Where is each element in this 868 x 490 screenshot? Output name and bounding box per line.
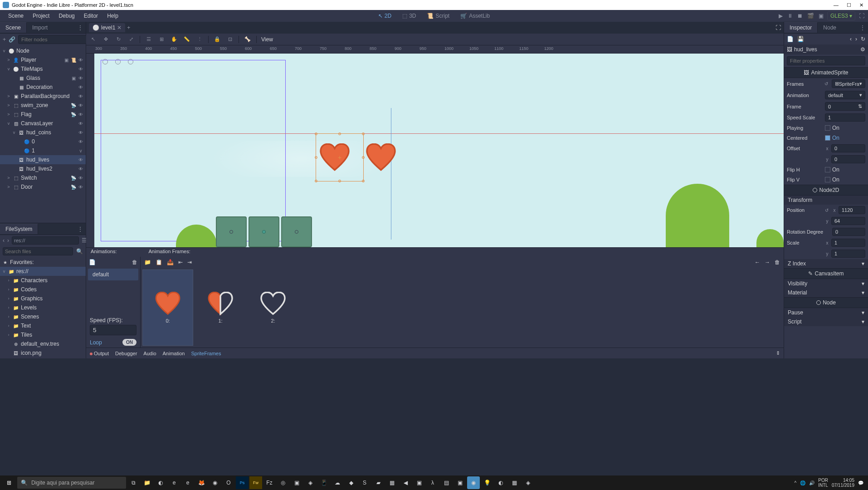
snap-tool-icon[interactable]: ⊞ (157, 35, 166, 44)
section-script[interactable]: Script▾ (784, 317, 868, 326)
history-fwd-icon[interactable]: › (855, 36, 857, 42)
filter-properties-input[interactable] (787, 56, 865, 65)
node-settings-icon[interactable]: ⚙ (860, 46, 865, 53)
tree-node[interactable]: 🖼hud_lives👁 (0, 155, 86, 164)
tree-node[interactable]: ▦Decoration👁 (0, 83, 86, 92)
prop-scale-y[interactable]: 1 (831, 250, 865, 258)
ruler-tool-icon[interactable]: 📏 (183, 35, 191, 44)
expand-bottom-icon[interactable]: ⇕ (776, 350, 780, 356)
app-icon[interactable]: ▦ (385, 476, 398, 489)
tray-clock[interactable]: 14:05 07/11/2019 (832, 478, 854, 488)
app-icon[interactable]: 💡 (481, 476, 493, 489)
group-icon[interactable]: ⊡ (226, 35, 234, 44)
tree-node[interactable]: 🔵0👁 (0, 137, 86, 146)
fs-search-input[interactable] (3, 247, 73, 255)
godot-icon[interactable]: ◉ (467, 476, 480, 489)
fs-file[interactable]: ⊕default_env.tres (0, 339, 86, 348)
play-custom-icon[interactable]: ▣ (819, 13, 824, 19)
save-icon[interactable]: 💾 (797, 36, 804, 42)
menu-project[interactable]: Project (28, 11, 54, 21)
lock-icon[interactable]: 🔒 (213, 35, 221, 44)
tab-node[interactable]: Node (818, 23, 842, 33)
prop-frame[interactable]: 0⇅ (825, 102, 865, 111)
ie-icon[interactable]: e (168, 476, 180, 489)
class-animatedsprite[interactable]: 🖼AnimatedSprite (784, 67, 868, 78)
menu-editor[interactable]: Editor (79, 11, 102, 21)
app-icon[interactable]: ▤ (440, 476, 453, 489)
mode-script-button[interactable]: 📜 Script (422, 11, 454, 21)
fs-folder[interactable]: ›📁Codes (0, 285, 86, 294)
app-icon[interactable]: 📱 (317, 476, 330, 489)
move-right-icon[interactable]: → (765, 259, 770, 265)
link-icon[interactable]: 🔗 (9, 36, 15, 43)
eclipse-icon[interactable]: ◐ (494, 476, 507, 489)
filter-nodes-input[interactable] (18, 35, 87, 44)
frame-2[interactable]: 2: (248, 270, 298, 346)
frame-0[interactable]: 0: (142, 270, 193, 346)
minimize-icon[interactable]: — (834, 2, 839, 8)
steam-icon[interactable]: ◐ (154, 476, 167, 489)
speed-fps-input[interactable] (90, 325, 137, 335)
fs-search-icon[interactable]: 🔍 (76, 248, 83, 255)
section-zindex[interactable]: Z Index▾ (784, 259, 868, 268)
chrome-icon[interactable]: ◉ (209, 476, 221, 489)
tray-lang[interactable]: PORINTL (818, 478, 828, 488)
tab-scene[interactable]: Scene (0, 22, 27, 33)
history-menu-icon[interactable]: ↻ (861, 36, 865, 42)
menu-help[interactable]: Help (102, 11, 123, 21)
start-button[interactable]: ⊞ (2, 476, 16, 489)
fs-folder[interactable]: ›📁Levels (0, 303, 86, 312)
load-frame-icon[interactable]: 📁 (144, 259, 151, 265)
mode-3d-button[interactable]: ⬚ 3D (398, 11, 420, 21)
fs-back-icon[interactable]: ‹ (3, 237, 5, 244)
tab-audio[interactable]: Audio (143, 351, 156, 356)
tree-node[interactable]: >👤Player▣📜👁 (0, 55, 86, 64)
tree-node[interactable]: >⬚swim_zone📡👁 (0, 101, 86, 110)
menu-scene[interactable]: Scene (4, 11, 28, 21)
fs-folder[interactable]: ›📁Text (0, 321, 86, 330)
sublime-icon[interactable]: S (358, 476, 371, 489)
explorer-icon[interactable]: 📁 (141, 476, 153, 489)
prop-scale-x[interactable]: 1 (831, 239, 865, 247)
centered-checkbox[interactable] (825, 135, 830, 141)
animation-item-default[interactable]: default (88, 269, 138, 280)
section-visibility[interactable]: Visibility▾ (784, 279, 868, 288)
inspector-menu-icon[interactable]: ⋮ (857, 24, 868, 31)
tree-node[interactable]: v🖼hud_coins👁 (0, 128, 86, 137)
app-icon[interactable]: ▦ (508, 476, 521, 489)
prop-rotation[interactable]: 0 (832, 228, 865, 236)
section-material[interactable]: Material▾ (784, 288, 868, 297)
selection-box[interactable]: + (316, 133, 364, 181)
tray-network-icon[interactable]: 🌐 (800, 480, 805, 485)
prop-frames[interactable]: ⊞ SpriteFra ▾ (832, 79, 865, 88)
prop-animation[interactable]: default▾ (825, 91, 865, 99)
app-icon[interactable]: ▰ (372, 476, 385, 489)
list-tool-icon[interactable]: ☰ (145, 35, 153, 44)
fs-folder[interactable]: ›📁Tiles (0, 330, 86, 339)
mode-2d-button[interactable]: ↖ 2D (374, 11, 396, 21)
tab-import[interactable]: Import (27, 23, 53, 33)
add-tab-icon[interactable]: + (127, 24, 130, 31)
fireworks-icon[interactable]: Fw (249, 476, 262, 489)
open-doc-icon[interactable]: 📄 (787, 36, 794, 42)
fs-file[interactable]: 🖼icon.png (0, 348, 86, 358)
menu-debug[interactable]: Debug (54, 11, 79, 21)
flipv-checkbox[interactable] (825, 177, 830, 182)
playing-checkbox[interactable] (825, 125, 830, 131)
pause-icon[interactable]: ⏸ (787, 13, 793, 19)
tab-inspector[interactable]: Inspector (784, 22, 818, 33)
copy-frame-icon[interactable]: 📋 (156, 259, 162, 265)
prop-offset-y[interactable]: 0 (831, 155, 865, 163)
photoshop-icon[interactable]: Ps (236, 476, 249, 489)
move-left-icon[interactable]: ← (755, 259, 760, 265)
filezilla-icon[interactable]: Fz (263, 476, 276, 489)
tab-spriteframes[interactable]: SpriteFrames (191, 351, 221, 356)
tab-debugger[interactable]: Debugger (115, 351, 137, 356)
app-icon[interactable]: λ (426, 476, 439, 489)
delete-anim-icon[interactable]: 🗑 (132, 259, 137, 265)
tree-node[interactable]: >⬚Flag📡👁 (0, 110, 86, 119)
select-tool-icon[interactable]: ↖ (89, 35, 97, 44)
insert-empty-before-icon[interactable]: ⇤ (178, 259, 183, 265)
prop-position-x[interactable]: 1120 (839, 206, 865, 214)
tree-node[interactable]: >⬚Switch📡👁 (0, 173, 86, 182)
